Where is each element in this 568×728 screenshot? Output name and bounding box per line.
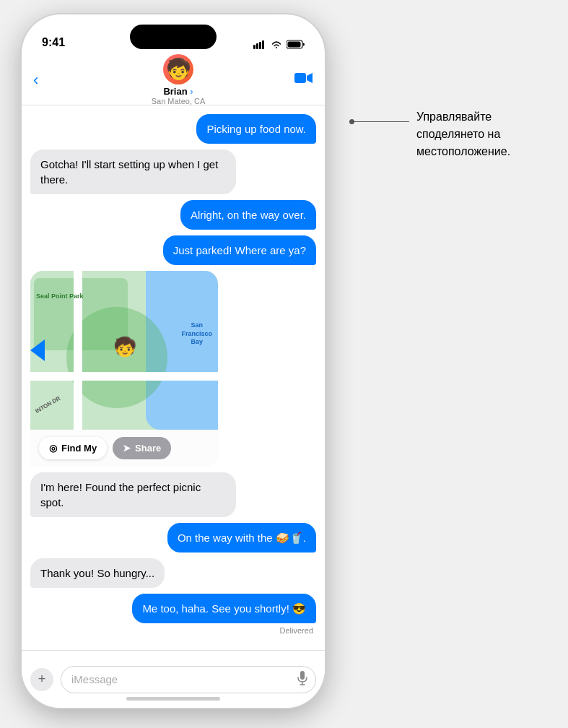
bubble-outgoing: Me too, haha. See you shortly! 😎 — [132, 594, 316, 623]
message-row: On the way with the 🥪🥤. — [30, 523, 316, 552]
map-message-row[interactable]: Seal Point Park SanFranciscoBay INTON DR… — [30, 271, 316, 467]
message-input[interactable]: iMessage — [61, 666, 316, 693]
svg-rect-6 — [294, 73, 306, 83]
map-street-label: INTON DR — [34, 395, 61, 415]
findmy-icon: ◎ — [49, 443, 57, 454]
add-attachments-button[interactable]: + — [30, 668, 53, 691]
svg-rect-5 — [288, 42, 301, 48]
plus-icon: + — [38, 672, 46, 687]
input-placeholder: iMessage — [71, 673, 118, 685]
contact-location: San Mateo, CA — [152, 97, 206, 105]
bubble-outgoing: Picking up food now. — [196, 114, 316, 144]
messages-area: Picking up food now. Gotcha! I'll start … — [22, 105, 325, 650]
bubble-incoming: Gotcha! I'll start setting up when I get… — [30, 150, 236, 194]
message-text: Alright, on the way over. — [191, 209, 306, 221]
annotation: Управлявайте споделянето на местоположен… — [409, 108, 554, 160]
map-buttons: ◎ Find My ➤ Share — [30, 430, 218, 467]
contact-name: Brian — [163, 86, 187, 97]
svg-rect-0 — [253, 45, 255, 49]
share-icon: ➤ — [123, 443, 131, 454]
find-my-button[interactable]: ◎ Find My — [39, 437, 107, 459]
message-text: Me too, haha. See you shortly! 😎 — [142, 602, 306, 615]
annotation-text: Управлявайте споделянето на местоположен… — [416, 108, 554, 160]
phone-frame: 9:41 — [22, 14, 325, 708]
status-icons — [253, 40, 305, 49]
message-text: Just parked! Where are ya? — [173, 244, 306, 256]
bubble-outgoing: Just parked! Where are ya? — [163, 235, 316, 265]
message-text: I'm here! Found the perfect picnic spot. — [40, 481, 201, 508]
nav-chevron-icon: › — [191, 87, 193, 97]
wifi-icon — [271, 40, 282, 49]
bubble-incoming: I'm here! Found the perfect picnic spot. — [30, 472, 236, 517]
svg-rect-1 — [256, 43, 258, 49]
message-text: Thank you! So hungry... — [40, 567, 154, 579]
message-text: Gotcha! I'll start setting up when I get… — [40, 158, 218, 186]
video-call-button[interactable] — [294, 72, 313, 88]
share-label: Share — [135, 443, 161, 454]
mic-button[interactable] — [297, 671, 308, 688]
signal-icon — [253, 40, 266, 49]
nav-bar: ‹ 🧒 Brian › San Mateo, CA — [22, 55, 325, 105]
message-row: I'm here! Found the perfect picnic spot. — [30, 472, 316, 517]
bubble-outgoing: Alright, on the way over. — [180, 200, 316, 230]
map-pin: 🧒 — [113, 336, 136, 358]
back-button[interactable]: ‹ — [33, 71, 62, 90]
svg-rect-7 — [300, 671, 305, 680]
bubble-outgoing: On the way with the 🥪🥤. — [167, 523, 316, 552]
map-image[interactable]: Seal Point Park SanFranciscoBay INTON DR… — [30, 271, 218, 430]
message-text: On the way with the 🥪🥤. — [178, 532, 306, 544]
battery-icon — [287, 40, 305, 49]
message-row: Just parked! Where are ya? — [30, 235, 316, 265]
bubble-incoming: Thank you! So hungry... — [30, 558, 165, 588]
svg-rect-2 — [259, 42, 261, 49]
home-indicator — [126, 697, 220, 701]
share-location-button[interactable]: ➤ Share — [113, 437, 171, 459]
status-time: 9:41 — [42, 36, 65, 49]
findmy-label: Find My — [61, 443, 97, 454]
nav-center[interactable]: 🧒 Brian › San Mateo, CA — [152, 54, 206, 105]
message-row: Me too, haha. See you shortly! 😎 — [30, 594, 316, 623]
message-row: Picking up food now. — [30, 114, 316, 144]
dynamic-island — [130, 25, 217, 49]
message-row: Thank you! So hungry... — [30, 558, 316, 588]
message-row: Gotcha! I'll start setting up when I get… — [30, 150, 316, 194]
delivered-label: Delivered — [30, 626, 316, 635]
nav-name-row: Brian › — [163, 86, 193, 97]
map-water-label: SanFranciscoBay — [181, 321, 212, 347]
message-text: Picking up food now. — [206, 123, 306, 135]
phone-wrapper: 9:41 — [0, 0, 568, 728]
svg-rect-3 — [262, 40, 264, 49]
map-bubble[interactable]: Seal Point Park SanFranciscoBay INTON DR… — [30, 271, 218, 467]
message-row: Alright, on the way over. — [30, 200, 316, 230]
avatar-emoji: 🧒 — [166, 59, 191, 79]
avatar: 🧒 — [163, 54, 193, 84]
map-park-label: Seal Point Park — [36, 292, 84, 300]
